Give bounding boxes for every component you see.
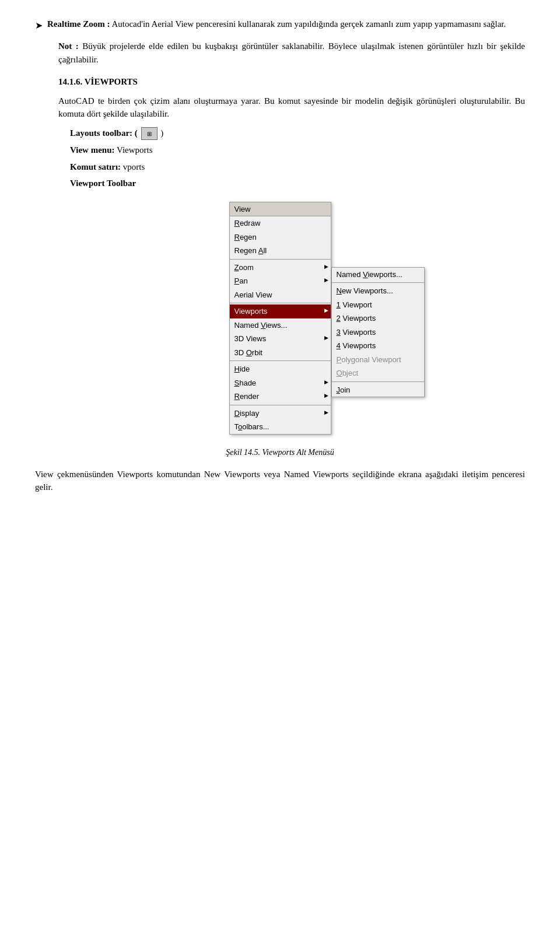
viewport-toolbar-label: Viewport Toolbar: [70, 177, 525, 190]
menu-wrapper: View Redraw Regen Regen All Zoom Pan: [229, 202, 331, 435]
submenu-polygonal-viewport: Polygonal Viewport: [332, 353, 424, 367]
submenu-4-viewports[interactable]: 4 Viewports: [332, 339, 424, 353]
menu-item-redraw[interactable]: Redraw: [230, 216, 331, 230]
menu-item-toolbars[interactable]: Toolbars...: [230, 420, 331, 434]
menu-divider-4: [230, 405, 331, 405]
bullet-realtime-text: Realtime Zoom : Autocad'in Aerial View p…: [47, 17, 506, 31]
menu-item-display[interactable]: Display: [230, 407, 331, 421]
submenu-divider-2: [332, 381, 424, 382]
submenu-new-viewports[interactable]: New Viewports...: [332, 284, 424, 298]
menu-item-3d-views[interactable]: 3D Views: [230, 332, 331, 346]
bullet-realtime-zoom: ➤ Realtime Zoom : Autocad'in Aerial View…: [35, 17, 525, 33]
submenu-2-viewports[interactable]: 2 Viewports: [332, 311, 424, 325]
bottom-paragraph: View çekmenüsünden Viewports komutundan …: [35, 468, 525, 494]
layouts-toolbar-line: Layouts toolbar: ( ⊞ ): [70, 127, 525, 141]
viewports-submenu: Named Viewports... New Viewports... 1 Vi…: [331, 267, 425, 398]
menu-item-named-views[interactable]: Named Views...: [230, 318, 331, 332]
not-block: Not : Büyük projelerde elde edilen bu ku…: [58, 40, 525, 66]
menu-item-render[interactable]: Render: [230, 390, 331, 404]
menu-screenshot: View Redraw Regen Regen All Zoom Pan: [35, 202, 525, 435]
viewports-paragraph: AutoCAD te birden çok çizim alanı oluştu…: [58, 94, 525, 121]
menu-item-zoom[interactable]: Zoom: [230, 261, 331, 275]
bullet-arrow-icon: ➤: [35, 19, 43, 33]
submenu-3-viewports[interactable]: 3 Viewports: [332, 325, 424, 339]
submenu-join[interactable]: Join: [332, 383, 424, 397]
menu-item-hide[interactable]: Hide: [230, 362, 331, 376]
menu-divider-2: [230, 303, 331, 303]
komut-line: Komut satırı: vports: [70, 160, 525, 174]
menu-item-shade[interactable]: Shade: [230, 376, 331, 390]
submenu-named-viewports[interactable]: Named Viewports...: [332, 268, 424, 282]
menu-title: View: [230, 202, 331, 217]
submenu-1-viewport[interactable]: 1 Viewport: [332, 298, 424, 312]
view-menu: View Redraw Regen Regen All Zoom Pan: [229, 202, 331, 435]
submenu-divider-1: [332, 282, 424, 283]
menu-item-aerial-view[interactable]: Aerial View: [230, 288, 331, 302]
toolbar-icon: ⊞: [141, 127, 158, 140]
view-menu-line: View menu: Viewports: [70, 143, 525, 157]
menu-divider-1: [230, 259, 331, 260]
menu-item-3d-orbit[interactable]: 3D Orbit: [230, 346, 331, 360]
menu-item-viewports[interactable]: Viewports: [230, 304, 331, 318]
section-heading: 14.1.6. VİEWPORTS: [58, 75, 525, 89]
figure-caption: Şekil 14.5. Viewports Alt Menüsü: [35, 446, 525, 458]
submenu-object: Object: [332, 366, 424, 380]
menu-item-regen-all[interactable]: Regen All: [230, 244, 331, 258]
menu-item-regen[interactable]: Regen: [230, 230, 331, 244]
menu-item-pan[interactable]: Pan: [230, 274, 331, 288]
menu-divider-3: [230, 360, 331, 361]
